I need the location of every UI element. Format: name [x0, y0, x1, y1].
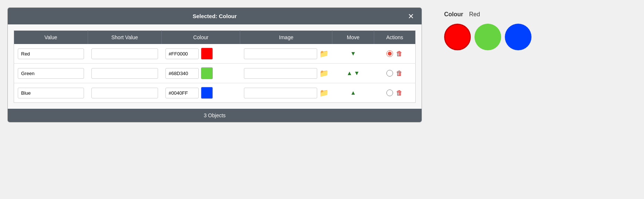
- colour-swatch-0[interactable]: [201, 48, 213, 60]
- trash-icon-2[interactable]: 🗑: [396, 89, 403, 97]
- move-down-0[interactable]: ▼: [350, 50, 356, 57]
- colour-swatch-2[interactable]: [201, 87, 213, 99]
- folder-icon-0[interactable]: 📁: [319, 49, 329, 58]
- cell-actions-0: 🗑: [374, 44, 415, 64]
- input-colour-hex-0[interactable]: [165, 48, 199, 59]
- panel-title: Selected: Colour: [192, 13, 237, 19]
- input-short-value-2[interactable]: [91, 88, 158, 98]
- panel-footer: 3 Objects: [8, 109, 422, 122]
- cell-short-value-1: [88, 64, 162, 83]
- radio-select-1[interactable]: [386, 70, 393, 77]
- preview-circle-green: [474, 24, 501, 50]
- trash-icon-1[interactable]: 🗑: [396, 70, 403, 77]
- col-header-short-value: Short Value: [88, 31, 162, 44]
- object-count: 3 Objects: [204, 112, 225, 118]
- input-value-2[interactable]: [18, 88, 84, 98]
- colour-swatch-1[interactable]: [201, 67, 213, 79]
- preview-circle-blue: [505, 24, 531, 50]
- panel-header: Selected: Colour ✕: [8, 8, 422, 24]
- main-panel: Selected: Colour ✕ Value Short Value Col…: [7, 7, 422, 122]
- cell-move-2: ▲: [332, 83, 374, 103]
- cell-image-2: 📁: [240, 83, 332, 103]
- cell-colour-1: [162, 64, 240, 83]
- cell-move-1: ▲▼: [332, 64, 374, 83]
- cell-value-2: [14, 83, 88, 103]
- folder-icon-1[interactable]: 📁: [319, 69, 329, 78]
- cell-colour-2: [162, 83, 240, 103]
- folder-icon-2[interactable]: 📁: [319, 88, 329, 97]
- cell-value-0: [14, 44, 88, 64]
- close-button[interactable]: ✕: [408, 13, 414, 20]
- input-short-value-0[interactable]: [91, 48, 158, 59]
- data-table: Value Short Value Colour Image Move Acti…: [14, 30, 416, 103]
- col-header-move: Move: [332, 31, 374, 44]
- input-image-0[interactable]: [244, 48, 317, 59]
- radio-select-0[interactable]: [386, 50, 393, 57]
- cell-actions-1: 🗑: [374, 64, 415, 83]
- cell-image-1: 📁: [240, 64, 332, 83]
- cell-move-0: ▼: [332, 44, 374, 64]
- table-row: 📁▼🗑: [14, 44, 416, 64]
- cell-short-value-0: [88, 44, 162, 64]
- cell-actions-2: 🗑: [374, 83, 415, 103]
- table-container: Value Short Value Colour Image Move Acti…: [8, 24, 422, 109]
- input-image-1[interactable]: [244, 68, 317, 79]
- radio-select-2[interactable]: [386, 90, 393, 96]
- table-body: 📁▼🗑📁▲▼🗑📁▲🗑: [14, 44, 416, 103]
- input-colour-hex-2[interactable]: [165, 88, 199, 98]
- move-up-1[interactable]: ▲: [346, 70, 352, 77]
- table-row: 📁▲🗑: [14, 83, 416, 103]
- col-header-actions: Actions: [374, 31, 415, 44]
- input-image-2[interactable]: [244, 88, 317, 98]
- cell-image-0: 📁: [240, 44, 332, 64]
- col-header-value: Value: [14, 31, 88, 44]
- preview-label-title: Colour: [444, 11, 463, 18]
- col-header-colour: Colour: [162, 31, 240, 44]
- table-row: 📁▲▼🗑: [14, 64, 416, 83]
- cell-short-value-2: [88, 83, 162, 103]
- input-short-value-1[interactable]: [91, 68, 158, 79]
- preview-panel: Colour Red: [444, 7, 531, 50]
- table-header-row: Value Short Value Colour Image Move Acti…: [14, 31, 416, 44]
- move-up-2[interactable]: ▲: [350, 90, 356, 96]
- preview-circles: [444, 24, 531, 50]
- cell-colour-0: [162, 44, 240, 64]
- preview-label-row: Colour Red: [444, 11, 531, 18]
- input-value-1[interactable]: [18, 68, 84, 79]
- input-colour-hex-1[interactable]: [165, 68, 199, 79]
- move-down-1[interactable]: ▼: [354, 70, 360, 77]
- preview-label-value: Red: [469, 11, 480, 18]
- preview-circle-red: [444, 24, 471, 50]
- trash-icon-0[interactable]: 🗑: [396, 50, 403, 58]
- cell-value-1: [14, 64, 88, 83]
- col-header-image: Image: [240, 31, 332, 44]
- input-value-0[interactable]: [18, 48, 84, 59]
